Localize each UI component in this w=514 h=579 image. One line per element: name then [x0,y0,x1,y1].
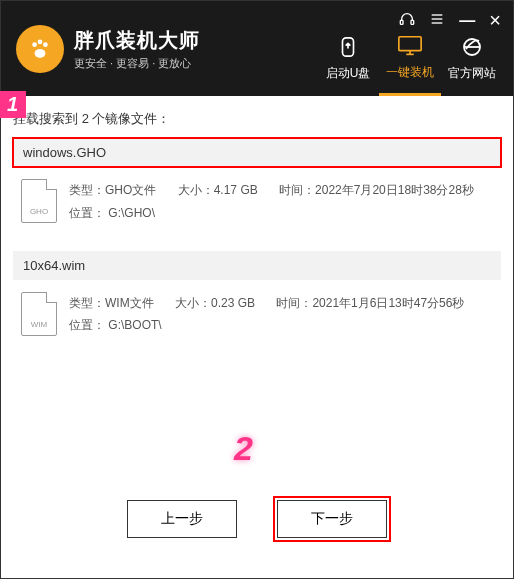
svg-rect-0 [401,20,404,24]
monitor-icon [397,32,423,60]
search-count: 2 [82,111,89,126]
tab-label: 一键装机 [386,64,434,81]
file-time: 时间：2021年1月6日13时47分56秒 [276,296,464,310]
file-name-row[interactable]: 10x64.wim [13,251,501,280]
svg-point-5 [32,42,37,47]
close-icon[interactable]: × [489,9,501,32]
content-area: 挂载搜索到 2 个镜像文件： windows.GHO GHO 类型：GHO文件 … [1,96,513,377]
window-controls: — × [399,9,501,32]
image-file-item[interactable]: windows.GHO GHO 类型：GHO文件 大小：4.17 GB 时间：2… [13,138,501,237]
app-window: 1 2 — × 胖爪装机大师 更安全 · 更容易 · 更放心 [0,0,514,579]
brand-title: 胖爪装机大师 [74,27,200,54]
file-location: 位置： G:\GHO\ [69,202,492,225]
titlebar: — × 胖爪装机大师 更安全 · 更容易 · 更放心 启动U盘 [1,1,513,96]
file-details: WIM 类型：WIM文件 大小：0.23 GB 时间：2021年1月6日13时4… [13,280,501,350]
annotation-1: 1 [0,91,26,118]
menu-icon[interactable] [429,11,445,31]
paw-logo-icon [16,25,64,73]
image-file-item[interactable]: 10x64.wim WIM 类型：WIM文件 大小：0.23 GB 时间：202… [13,251,501,350]
ie-icon [460,33,484,61]
tab-boot-usb[interactable]: 启动U盘 [317,19,379,96]
tab-label: 启动U盘 [326,65,371,82]
usb-icon [337,33,359,61]
svg-point-8 [35,49,46,58]
brand-subtitle: 更安全 · 更容易 · 更放心 [74,56,200,71]
file-size: 大小：4.17 GB [178,183,258,197]
file-type: 类型：GHO文件 [69,183,156,197]
file-location: 位置： G:\BOOT\ [69,314,482,337]
file-type: 类型：WIM文件 [69,296,154,310]
svg-point-7 [43,42,48,47]
search-result-text: 挂载搜索到 2 个镜像文件： [13,110,501,128]
next-button[interactable]: 下一步 [277,500,387,538]
file-name: windows.GHO [23,145,106,160]
footer-buttons: 上一步 下一步 [1,500,513,538]
file-size: 大小：0.23 GB [175,296,255,310]
svg-rect-1 [411,20,414,24]
prev-button[interactable]: 上一步 [127,500,237,538]
tab-label: 官方网站 [448,65,496,82]
file-ext: WIM [31,320,47,329]
file-icon: WIM [21,292,57,336]
annotation-2: 2 [234,429,253,468]
search-suffix: 个镜像文件： [89,111,171,126]
file-details: GHO 类型：GHO文件 大小：4.17 GB 时间：2022年7月20日18时… [13,167,501,237]
file-ext: GHO [30,207,48,216]
file-icon: GHO [21,179,57,223]
logo-area: 胖爪装机大师 更安全 · 更容易 · 更放心 [16,25,200,73]
svg-point-6 [38,39,43,44]
headset-icon[interactable] [399,11,415,31]
file-name: 10x64.wim [23,258,85,273]
svg-rect-10 [399,36,421,50]
minimize-icon[interactable]: — [459,12,475,30]
file-time: 时间：2022年7月20日18时38分28秒 [279,183,474,197]
file-name-row[interactable]: windows.GHO [13,138,501,167]
